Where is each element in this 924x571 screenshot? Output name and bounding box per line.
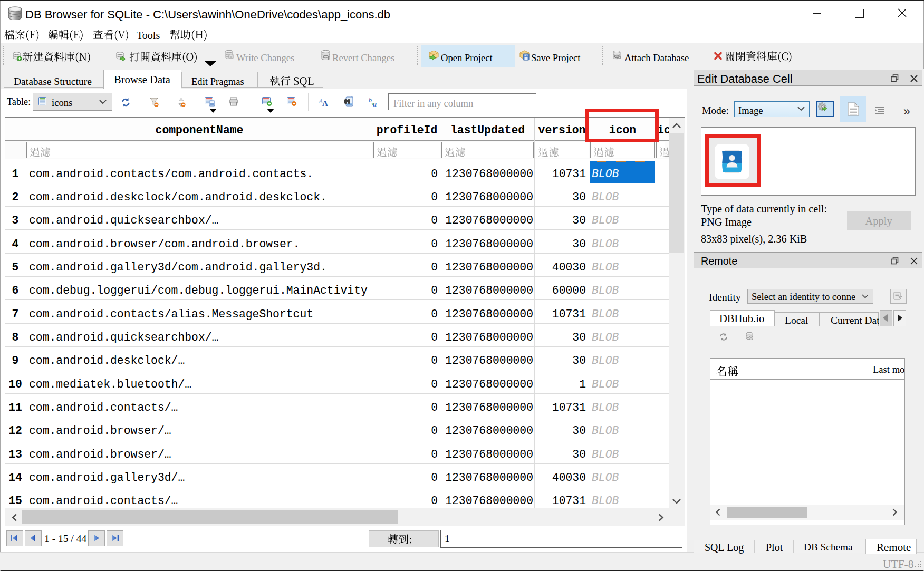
svg-text:A: A xyxy=(322,99,328,107)
svg-text:b: b xyxy=(369,97,372,104)
